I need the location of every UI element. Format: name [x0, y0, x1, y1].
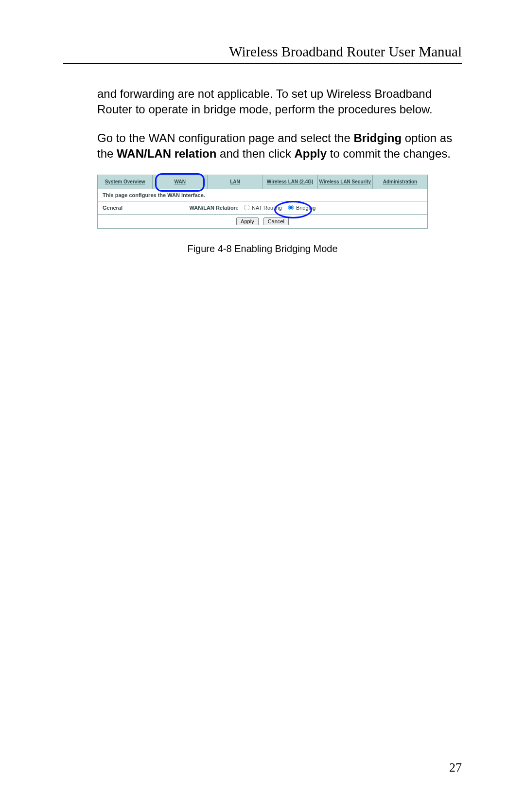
figure-caption: Figure 4-8 Enabling Bridging Mode — [97, 243, 428, 254]
apply-button[interactable]: Apply — [236, 217, 259, 225]
button-row: Apply Cancel — [98, 215, 427, 228]
field-label-wan-lan-relation: WAN/LAN Relation: — [158, 205, 244, 211]
p2-post: to commit the changes. — [327, 147, 451, 160]
page-description: This page configures the WAN interface. — [98, 189, 427, 201]
cancel-button[interactable]: Cancel — [263, 217, 289, 225]
tab-lan[interactable]: LAN — [208, 175, 262, 189]
tab-wan[interactable]: WAN — [153, 175, 208, 189]
tab-label: LAN — [230, 179, 240, 184]
tab-label: Administration — [383, 179, 418, 184]
p2-pre: Go to the WAN configuration page and sel… — [97, 131, 353, 144]
radio-group-wan-lan: NAT Routing Bridging — [244, 204, 315, 211]
p2-wan-lan-relation: WAN/LAN relation — [117, 147, 216, 160]
router-ui-screenshot: System Overview WAN LAN Wireless LAN (2.… — [97, 175, 428, 229]
radio-bridging[interactable]: Bridging — [288, 204, 315, 211]
body-text: and forwarding are not applicable. To se… — [97, 86, 457, 162]
tab-label: Wireless LAN Security — [319, 179, 371, 184]
radio-bridging-label: Bridging — [296, 205, 315, 211]
radio-bridging-input[interactable] — [288, 205, 294, 211]
tab-system-overview[interactable]: System Overview — [98, 175, 153, 189]
radio-nat-routing[interactable]: NAT Routing — [244, 204, 282, 211]
form-row-general: General WAN/LAN Relation: NAT Routing Br… — [98, 201, 427, 215]
p2-mid2: and then click — [216, 147, 294, 160]
tab-administration[interactable]: Administration — [373, 175, 427, 189]
radio-nat-label: NAT Routing — [252, 205, 282, 211]
tab-bar: System Overview WAN LAN Wireless LAN (2.… — [98, 175, 427, 189]
tab-label: WAN — [175, 179, 186, 184]
paragraph-1: and forwarding are not applicable. To se… — [97, 86, 457, 118]
page-number: 27 — [449, 760, 462, 775]
paragraph-2: Go to the WAN configuration page and sel… — [97, 130, 457, 162]
tab-wireless-lan[interactable]: Wireless LAN (2.4G) — [263, 175, 318, 189]
section-label-general: General — [98, 205, 158, 211]
tab-label: System Overview — [105, 179, 145, 184]
p2-bridging: Bridging — [353, 131, 402, 144]
radio-nat-input[interactable] — [244, 205, 250, 211]
tab-label: Wireless LAN (2.4G) — [267, 179, 314, 184]
tab-wireless-security[interactable]: Wireless LAN Security — [318, 175, 373, 189]
page-header: Wireless Broadband Router User Manual — [63, 44, 462, 64]
p2-apply: Apply — [294, 147, 327, 160]
